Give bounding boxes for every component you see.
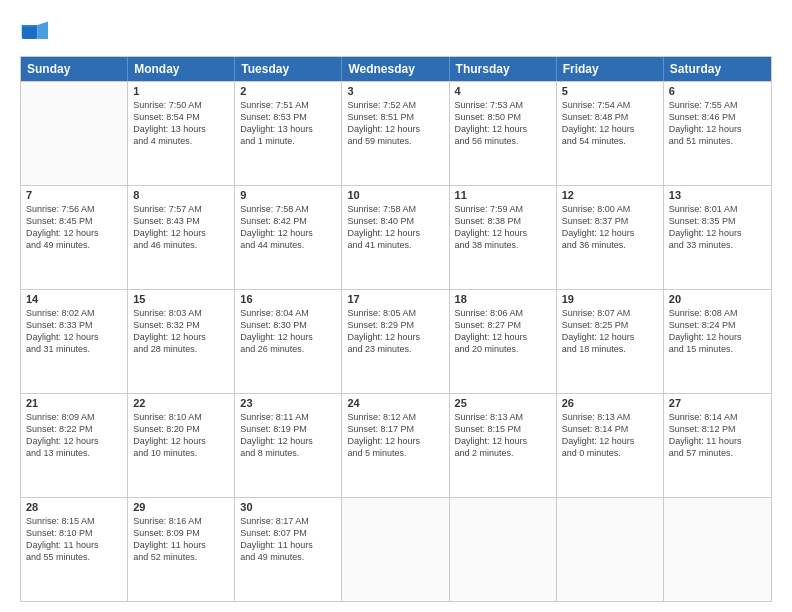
cell-line: Sunset: 8:19 PM [240,423,336,435]
cell-line: Sunset: 8:12 PM [669,423,766,435]
cell-line: Daylight: 12 hours [133,435,229,447]
cell-line: and 8 minutes. [240,447,336,459]
day-cell-29: 29Sunrise: 8:16 AMSunset: 8:09 PMDayligh… [128,498,235,601]
cell-line: Sunset: 8:35 PM [669,215,766,227]
cell-line: Daylight: 12 hours [562,227,658,239]
cell-line: and 59 minutes. [347,135,443,147]
cell-line: Sunset: 8:14 PM [562,423,658,435]
day-number: 20 [669,293,766,305]
day-cell-21: 21Sunrise: 8:09 AMSunset: 8:22 PMDayligh… [21,394,128,497]
day-cell-1: 1Sunrise: 7:50 AMSunset: 8:54 PMDaylight… [128,82,235,185]
cell-line: Sunrise: 7:56 AM [26,203,122,215]
cell-line: and 36 minutes. [562,239,658,251]
day-cell-14: 14Sunrise: 8:02 AMSunset: 8:33 PMDayligh… [21,290,128,393]
calendar-row-2: 7Sunrise: 7:56 AMSunset: 8:45 PMDaylight… [21,185,771,289]
header-cell-tuesday: Tuesday [235,57,342,81]
cell-line: Daylight: 12 hours [562,331,658,343]
cell-line: Sunset: 8:29 PM [347,319,443,331]
day-cell-6: 6Sunrise: 7:55 AMSunset: 8:46 PMDaylight… [664,82,771,185]
day-number: 19 [562,293,658,305]
cell-line: Daylight: 12 hours [347,227,443,239]
cell-line: Daylight: 11 hours [133,539,229,551]
cell-line: and 18 minutes. [562,343,658,355]
cell-line: Sunset: 8:24 PM [669,319,766,331]
cell-line: Daylight: 12 hours [669,123,766,135]
cell-line: Daylight: 13 hours [240,123,336,135]
day-cell-9: 9Sunrise: 7:58 AMSunset: 8:42 PMDaylight… [235,186,342,289]
logo [20,18,52,46]
cell-line: Sunrise: 8:07 AM [562,307,658,319]
header-cell-saturday: Saturday [664,57,771,81]
day-number: 15 [133,293,229,305]
day-number: 3 [347,85,443,97]
cell-line: Sunrise: 7:51 AM [240,99,336,111]
cell-line: and 54 minutes. [562,135,658,147]
cell-line: and 46 minutes. [133,239,229,251]
cell-line: Daylight: 12 hours [562,435,658,447]
cell-line: Sunrise: 8:03 AM [133,307,229,319]
day-cell-28: 28Sunrise: 8:15 AMSunset: 8:10 PMDayligh… [21,498,128,601]
day-cell-5: 5Sunrise: 7:54 AMSunset: 8:48 PMDaylight… [557,82,664,185]
cell-line: and 49 minutes. [240,551,336,563]
day-number: 24 [347,397,443,409]
cell-line: Sunrise: 8:09 AM [26,411,122,423]
day-cell-22: 22Sunrise: 8:10 AMSunset: 8:20 PMDayligh… [128,394,235,497]
cell-line: Daylight: 12 hours [240,331,336,343]
day-cell-11: 11Sunrise: 7:59 AMSunset: 8:38 PMDayligh… [450,186,557,289]
cell-line: Sunset: 8:37 PM [562,215,658,227]
cell-line: Sunrise: 8:11 AM [240,411,336,423]
day-number: 22 [133,397,229,409]
day-cell-12: 12Sunrise: 8:00 AMSunset: 8:37 PMDayligh… [557,186,664,289]
cell-line: Sunrise: 7:58 AM [347,203,443,215]
day-number: 1 [133,85,229,97]
cell-line: and 57 minutes. [669,447,766,459]
cell-line: Sunrise: 8:00 AM [562,203,658,215]
day-cell-24: 24Sunrise: 8:12 AMSunset: 8:17 PMDayligh… [342,394,449,497]
header-cell-sunday: Sunday [21,57,128,81]
cell-line: Sunrise: 8:17 AM [240,515,336,527]
cell-line: Daylight: 11 hours [669,435,766,447]
cell-line: Daylight: 12 hours [26,435,122,447]
cell-line: Sunrise: 8:04 AM [240,307,336,319]
cell-line: Sunset: 8:10 PM [26,527,122,539]
cell-line: Sunrise: 8:01 AM [669,203,766,215]
day-cell-25: 25Sunrise: 8:13 AMSunset: 8:15 PMDayligh… [450,394,557,497]
cell-line: Daylight: 13 hours [133,123,229,135]
day-cell-3: 3Sunrise: 7:52 AMSunset: 8:51 PMDaylight… [342,82,449,185]
cell-line: Daylight: 12 hours [455,435,551,447]
day-cell-26: 26Sunrise: 8:13 AMSunset: 8:14 PMDayligh… [557,394,664,497]
calendar-row-4: 21Sunrise: 8:09 AMSunset: 8:22 PMDayligh… [21,393,771,497]
cell-line: Daylight: 11 hours [240,539,336,551]
cell-line: Sunrise: 7:57 AM [133,203,229,215]
cell-line: Sunrise: 8:05 AM [347,307,443,319]
cell-line: Sunset: 8:42 PM [240,215,336,227]
cell-line: Sunset: 8:45 PM [26,215,122,227]
cell-line: Sunset: 8:32 PM [133,319,229,331]
empty-cell-r4c5 [557,498,664,601]
cell-line: Daylight: 12 hours [347,123,443,135]
day-number: 4 [455,85,551,97]
day-cell-13: 13Sunrise: 8:01 AMSunset: 8:35 PMDayligh… [664,186,771,289]
cell-line: Sunset: 8:46 PM [669,111,766,123]
day-cell-4: 4Sunrise: 7:53 AMSunset: 8:50 PMDaylight… [450,82,557,185]
cell-line: Sunrise: 8:10 AM [133,411,229,423]
day-cell-19: 19Sunrise: 8:07 AMSunset: 8:25 PMDayligh… [557,290,664,393]
cell-line: Daylight: 12 hours [455,123,551,135]
cell-line: Sunrise: 8:15 AM [26,515,122,527]
cell-line: and 33 minutes. [669,239,766,251]
day-cell-7: 7Sunrise: 7:56 AMSunset: 8:45 PMDaylight… [21,186,128,289]
cell-line: and 1 minute. [240,135,336,147]
day-cell-27: 27Sunrise: 8:14 AMSunset: 8:12 PMDayligh… [664,394,771,497]
cell-line: Sunset: 8:50 PM [455,111,551,123]
day-number: 2 [240,85,336,97]
cell-line: and 56 minutes. [455,135,551,147]
day-number: 16 [240,293,336,305]
calendar-row-1: 1Sunrise: 7:50 AMSunset: 8:54 PMDaylight… [21,81,771,185]
calendar-row-5: 28Sunrise: 8:15 AMSunset: 8:10 PMDayligh… [21,497,771,601]
header-cell-monday: Monday [128,57,235,81]
header-cell-friday: Friday [557,57,664,81]
cell-line: Sunset: 8:07 PM [240,527,336,539]
cell-line: Daylight: 12 hours [455,331,551,343]
day-number: 13 [669,189,766,201]
cell-line: Daylight: 12 hours [26,331,122,343]
